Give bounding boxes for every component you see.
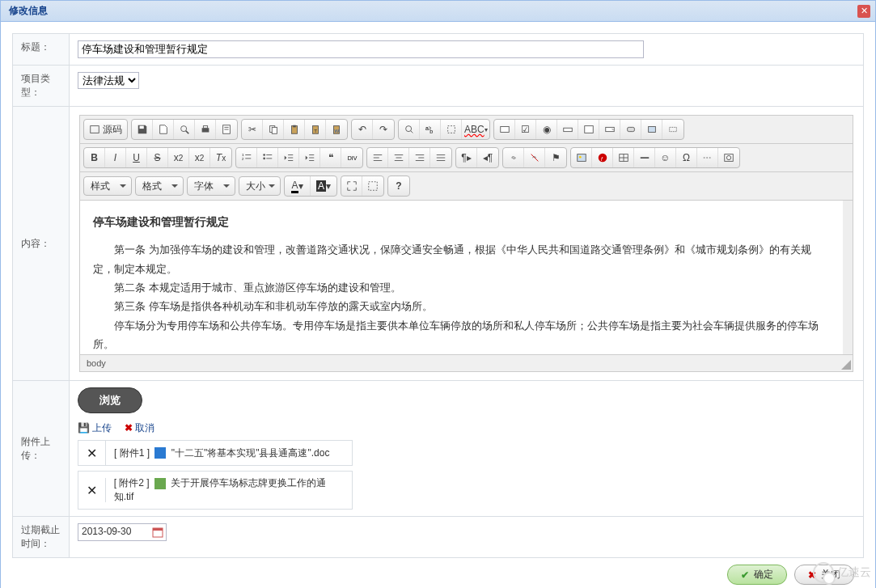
bulletedlist-icon[interactable] (257, 148, 278, 167)
browse-button[interactable]: 浏览 (78, 387, 142, 413)
select-icon[interactable] (599, 120, 620, 139)
textcolor-icon[interactable]: A▾ (285, 176, 311, 196)
undo-icon[interactable]: ↶ (352, 120, 373, 139)
superscript-icon[interactable]: x2 (189, 148, 210, 167)
bold-icon[interactable]: B (84, 148, 105, 167)
outdent-icon[interactable] (278, 148, 299, 167)
textfield-icon[interactable] (557, 120, 578, 139)
content-paragraph: 第二条 本规定适用于城市、重点旅游区停车场的建设和管理。 (93, 278, 830, 297)
showblocks-icon[interactable] (362, 176, 383, 196)
svg-rect-26 (627, 127, 634, 131)
date-input[interactable]: 2013-09-30 (78, 523, 167, 541)
svg-rect-5 (203, 126, 207, 129)
paste-text-icon[interactable]: T (305, 120, 326, 139)
content-paragraph: 第一条 为加强停车场的建设和管理，改善道路交通状况，保障交通安全畅通，根据《中华… (93, 240, 830, 278)
title-input[interactable] (78, 40, 644, 58)
radio-icon[interactable]: ◉ (536, 120, 557, 139)
content-label: 内容： (13, 107, 70, 381)
link-icon[interactable] (503, 148, 524, 167)
toolbar-row-2: B I U S x2 x2 Tx 12 (80, 144, 853, 172)
svg-line-18 (411, 131, 413, 133)
cancel-upload-link[interactable]: ✖ 取消 (125, 422, 154, 434)
paste-icon[interactable] (284, 120, 305, 139)
numberedlist-icon[interactable]: 12 (236, 148, 257, 167)
svg-point-67 (726, 155, 730, 159)
size-combo[interactable]: 大小 (239, 176, 281, 196)
svg-rect-21 (447, 126, 455, 133)
svg-rect-24 (585, 126, 594, 133)
svg-line-3 (186, 131, 189, 134)
newpage-icon[interactable] (153, 120, 174, 139)
delete-attachment-button[interactable]: ✕ (78, 478, 106, 502)
underline-icon[interactable]: U (126, 148, 147, 167)
button-icon[interactable] (620, 120, 641, 139)
template-icon[interactable] (216, 120, 237, 139)
copy-icon[interactable] (263, 120, 284, 139)
upload-link[interactable]: 💾 上传 (78, 422, 112, 434)
iframe-icon[interactable] (718, 148, 739, 167)
find-icon[interactable] (399, 120, 420, 139)
align-center-icon[interactable] (388, 148, 409, 167)
calendar-icon[interactable] (152, 527, 163, 538)
spellcheck-icon[interactable]: ABC▾ (462, 120, 489, 139)
pagebreak-icon[interactable] (697, 148, 718, 167)
removeformat-icon[interactable]: Tx (210, 148, 231, 167)
replace-icon[interactable]: ab (420, 120, 441, 139)
preview-icon[interactable] (174, 120, 195, 139)
toolbar-row-1: 源码 ✂ (80, 116, 853, 144)
format-combo[interactable]: 格式 (135, 176, 184, 196)
content-area: 标题： 项目类型： 法律法规 内容： (1, 22, 875, 588)
rich-text-editor: 源码 ✂ (79, 115, 853, 372)
delete-attachment-button[interactable]: ✕ (78, 441, 106, 465)
svg-rect-4 (201, 128, 209, 132)
selectall-icon[interactable] (441, 120, 462, 139)
imagebutton-icon[interactable] (641, 120, 662, 139)
toolbar-row-3: 样式 格式 字体 大小 A▾ A▾ (80, 172, 853, 201)
bgcolor-icon[interactable]: A▾ (311, 176, 336, 196)
about-icon[interactable]: ? (388, 176, 409, 196)
paste-word-icon[interactable]: W (326, 120, 347, 139)
print-icon[interactable] (195, 120, 216, 139)
creatediv-icon[interactable]: DIV (341, 148, 362, 167)
anchor-icon[interactable]: ⚑ (545, 148, 566, 167)
attachment-row: ✕ [ 附件1 ] "十二五"将基本实现"县县通高速".doc (78, 440, 353, 466)
textarea-icon[interactable] (578, 120, 599, 139)
resize-handle[interactable] (841, 360, 851, 370)
hr-icon[interactable] (634, 148, 655, 167)
path-text[interactable]: body (87, 358, 106, 368)
rtl-icon[interactable]: ◂¶ (477, 148, 498, 167)
style-combo[interactable]: 样式 (83, 176, 132, 196)
blockquote-icon[interactable]: ❝ (320, 148, 341, 167)
checkbox-icon[interactable]: ☑ (515, 120, 536, 139)
ok-button[interactable]: ✔ 确定 (727, 565, 787, 585)
svg-line-56 (531, 154, 538, 162)
subscript-icon[interactable]: x2 (168, 148, 189, 167)
svg-rect-22 (501, 127, 510, 133)
type-select[interactable]: 法律法规 (78, 72, 139, 89)
align-right-icon[interactable] (409, 148, 430, 167)
align-left-icon[interactable] (367, 148, 388, 167)
image-icon[interactable] (571, 148, 592, 167)
save-icon[interactable] (132, 120, 153, 139)
indent-icon[interactable] (299, 148, 320, 167)
unlink-icon[interactable] (524, 148, 545, 167)
source-button[interactable]: 源码 (84, 120, 127, 139)
font-combo[interactable]: 字体 (187, 176, 235, 196)
smiley-icon[interactable]: ☺ (655, 148, 676, 167)
hiddenfield-icon[interactable] (662, 120, 683, 139)
editor-body[interactable]: 停车场建设和管理暂行规定 第一条 为加强停车场的建设和管理，改善道路交通状况，保… (80, 201, 853, 354)
close-button[interactable]: ✕ (857, 5, 870, 18)
table-icon[interactable] (613, 148, 634, 167)
flash-icon[interactable]: ƒ (592, 148, 613, 167)
maximize-icon[interactable] (341, 176, 362, 196)
redo-icon[interactable]: ↷ (373, 120, 394, 139)
content-paragraph: 第三条 停车场是指供各种机动车和非机动车停放的露天或室内场所。 (93, 297, 830, 315)
italic-icon[interactable]: I (105, 148, 126, 167)
specialchar-icon[interactable]: Ω (676, 148, 697, 167)
align-justify-icon[interactable] (430, 148, 451, 167)
cut-icon[interactable]: ✂ (242, 120, 263, 139)
form-icon[interactable] (494, 120, 515, 139)
type-label: 项目类型： (13, 66, 70, 107)
ltr-icon[interactable]: ¶▸ (456, 148, 477, 167)
strike-icon[interactable]: S (147, 148, 168, 167)
